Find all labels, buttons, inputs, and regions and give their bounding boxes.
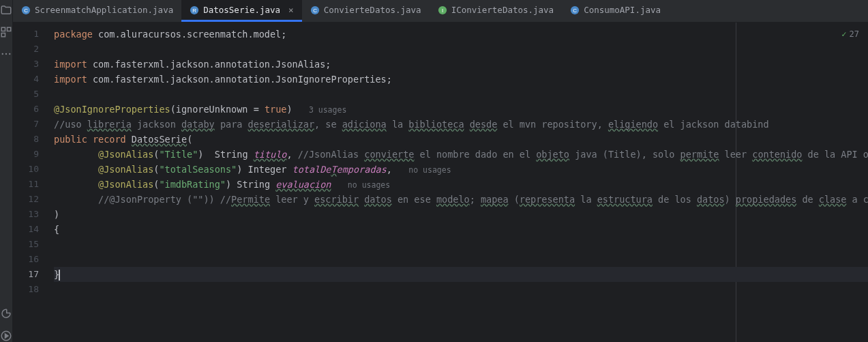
code-line[interactable]: @JsonAlias("totalSeasons") Integer total… <box>54 162 868 177</box>
line-number-gutter: 123456789101112131415161718 <box>13 23 54 342</box>
project-tool-icon[interactable] <box>0 4 12 16</box>
java-class-icon: C <box>21 5 31 15</box>
line-number: 10 <box>13 162 54 177</box>
code-line[interactable] <box>54 282 868 297</box>
code-line[interactable]: { <box>54 222 868 237</box>
line-number: 11 <box>13 177 54 192</box>
line-number: 12 <box>13 192 54 207</box>
tool-window-rail <box>0 0 13 342</box>
structure-tool-icon[interactable] <box>0 26 12 38</box>
editor-tab[interactable]: CConsumoAPI.java <box>562 0 669 22</box>
editor-main: CScreenmatchApplication.javaRDatosSerie.… <box>13 0 868 342</box>
line-number: 17 <box>13 267 54 282</box>
tab-label: DatosSerie.java <box>203 5 280 15</box>
editor-tabs: CScreenmatchApplication.javaRDatosSerie.… <box>13 0 868 23</box>
tab-label: ConvierteDatos.java <box>324 5 421 15</box>
code-line[interactable]: //@JsonProperty ("")) //Permite leer y e… <box>54 192 868 207</box>
svg-point-4 <box>5 53 7 55</box>
svg-rect-0 <box>1 27 5 31</box>
svg-text:C: C <box>313 8 317 14</box>
svg-text:I: I <box>442 8 443 14</box>
code-line[interactable]: package com.aluracursos.screenmatch.mode… <box>54 27 868 42</box>
line-number: 14 <box>13 222 54 237</box>
line-number: 6 <box>13 102 54 117</box>
line-number: 5 <box>13 87 54 102</box>
tab-label: IConvierteDatos.java <box>451 5 554 15</box>
code-line[interactable] <box>54 237 868 252</box>
editor-tab[interactable]: CConvierteDatos.java <box>302 0 430 22</box>
line-number: 7 <box>13 117 54 132</box>
code-line[interactable] <box>54 87 868 102</box>
tab-label: ScreenmatchApplication.java <box>35 5 173 15</box>
code-line[interactable]: public record DatosSerie( <box>54 132 868 147</box>
java-class-icon: C <box>310 5 320 15</box>
code-line[interactable] <box>54 42 868 57</box>
line-number: 9 <box>13 147 54 162</box>
code-line[interactable]: import com.fasterxml.jackson.annotation.… <box>54 57 868 72</box>
code-line[interactable]: //uso libreria jackson databy para deser… <box>54 117 868 132</box>
text-caret <box>59 270 60 281</box>
svg-text:C: C <box>573 8 577 14</box>
line-number: 13 <box>13 207 54 222</box>
editor-area[interactable]: ✓ 27 123456789101112131415161718 package… <box>13 23 868 342</box>
java-record-icon: R <box>190 5 199 15</box>
more-tool-icon[interactable] <box>0 48 12 60</box>
svg-rect-1 <box>8 27 11 31</box>
code-content[interactable]: package com.aluracursos.screenmatch.mode… <box>54 23 868 342</box>
svg-text:C: C <box>24 8 28 14</box>
tab-label: ConsumoAPI.java <box>584 5 661 15</box>
line-number: 16 <box>13 252 54 267</box>
code-line[interactable] <box>54 252 868 267</box>
line-number: 18 <box>13 282 54 297</box>
code-line[interactable]: @JsonAlias("imdbRating") String evaluaci… <box>54 177 868 192</box>
java-class-icon: C <box>570 5 580 15</box>
build-tool-icon[interactable] <box>0 308 12 320</box>
line-number: 3 <box>13 57 54 72</box>
line-number: 2 <box>13 42 54 57</box>
java-interface-icon: I <box>438 5 447 15</box>
line-number: 8 <box>13 132 54 147</box>
line-number: 15 <box>13 237 54 252</box>
code-line[interactable]: ) <box>54 207 868 222</box>
svg-text:R: R <box>192 8 196 14</box>
svg-rect-2 <box>1 33 5 37</box>
editor-tab[interactable]: RDatosSerie.java× <box>181 0 301 22</box>
close-icon[interactable]: × <box>288 5 294 15</box>
svg-point-5 <box>9 53 10 55</box>
svg-point-3 <box>2 53 3 55</box>
line-number: 4 <box>13 72 54 87</box>
code-line[interactable]: @JsonAlias("Title") String titulo, //Jso… <box>54 147 868 162</box>
code-line[interactable]: @JsonIgnoreProperties(ignoreUnknown = tr… <box>54 102 868 117</box>
editor-tab[interactable]: CScreenmatchApplication.java <box>13 0 181 22</box>
code-line[interactable]: } <box>54 267 868 282</box>
line-number: 1 <box>13 27 54 42</box>
run-tool-icon[interactable] <box>0 330 12 342</box>
code-line[interactable]: import com.fasterxml.jackson.annotation.… <box>54 72 868 87</box>
editor-tab[interactable]: IIConvierteDatos.java <box>430 0 563 22</box>
